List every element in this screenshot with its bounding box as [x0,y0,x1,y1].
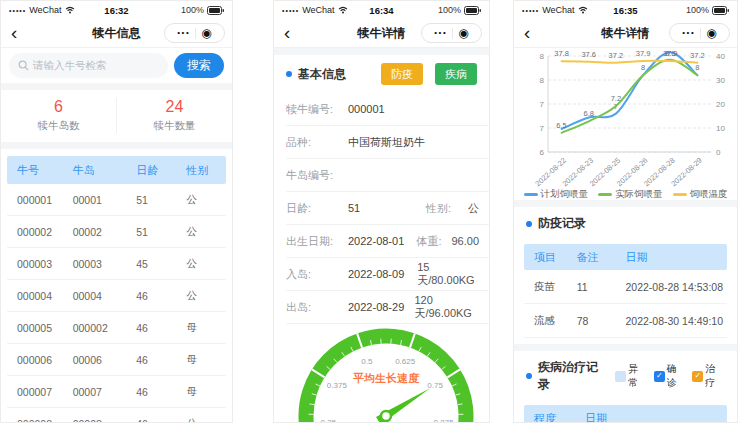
back-chevron-icon[interactable]: ‹ [514,21,540,45]
vaccine-button[interactable]: 防疫 [381,63,423,85]
cell: 51 [136,194,186,206]
carrier-label: WeChat [29,5,61,15]
cell: 46 [136,386,186,398]
cell: 疫苗 [524,280,577,294]
table-row[interactable]: 0000060000646母 [7,344,226,376]
svg-text:8: 8 [540,52,545,61]
home-icon[interactable]: ◉ [458,27,468,39]
back-chevron-icon[interactable]: ‹ [1,21,27,45]
cell: 000002 [7,226,73,238]
section-dot-icon [526,221,532,227]
status-treated[interactable]: ✓治疗 [692,362,725,390]
home-icon[interactable]: ◉ [706,27,716,39]
svg-text:0.75: 0.75 [427,381,443,390]
wifi-icon [578,6,588,14]
cell: 公 [187,193,226,207]
cell: 00006 [73,354,137,366]
svg-text:10: 10 [716,124,725,133]
wifi-icon [338,6,348,14]
legend-item-planned[interactable]: 计划饲喂量 [524,188,589,201]
search-input[interactable]: 请输入牛号检索 [9,53,168,78]
table-row[interactable]: 0000040000446公 [7,280,226,312]
field-label: 品种: [286,135,348,150]
svg-text:20: 20 [716,100,725,109]
svg-text:37.2: 37.2 [609,51,624,60]
nav-bar: ‹ 犊牛详情 ••• ◉ [514,19,737,48]
more-icon[interactable]: ••• [682,29,695,37]
divider-strip [514,200,737,207]
search-button[interactable]: 搜索 [174,53,224,78]
table-header: 牛号 牛岛 日龄 性别 [7,156,226,184]
field-value: 2022-08-09 [348,268,417,280]
cell: 78 [577,315,626,327]
status-confirmed[interactable]: ✓确诊 [654,362,687,390]
checkbox-icon [615,371,626,382]
svg-text:0.25: 0.25 [321,418,337,423]
cell: 00002 [73,226,137,238]
basic-info-section-header: 基本信息 防疫 疾病 [274,55,489,93]
field-value: 中国荷斯坦奶牛 [348,135,425,150]
field-value: 2022-08-29 [348,301,414,313]
vaccine-section-header: 防疫记录 [514,207,737,240]
field-extra: 120天/96.00KG [414,294,479,321]
disease-button[interactable]: 疾病 [435,63,477,85]
field-label: 出岛: [286,300,348,315]
gauge-svg: 0.250.3750.50.6250.750.8751平均生长速度 [274,324,490,423]
table-row[interactable]: 00000500000246母 [7,312,226,344]
table-row[interactable]: 0000080000846公 [7,408,226,423]
more-icon[interactable]: ••• [434,29,447,37]
svg-text:6: 6 [540,148,545,157]
field-island-no: 牛岛编号: [286,159,489,192]
checkbox-icon: ✓ [692,371,703,382]
wechat-capsule[interactable]: ••• ◉ [669,23,730,43]
status-abnormal[interactable]: 异常 [615,362,648,390]
svg-text:平均生长速度: 平均生长速度 [353,372,420,384]
svg-text:7.2: 7.2 [611,94,621,103]
cell: 46 [136,290,186,302]
nav-bar: ‹ 犊牛详情 ••• ◉ [274,19,489,48]
svg-text:8: 8 [540,76,545,85]
table-row[interactable]: 0000010000151公 [7,184,226,216]
legend-item-actual[interactable]: 实际饲喂量 [598,188,663,201]
cell: 00007 [73,386,137,398]
stat-label: 犊牛数量 [117,119,232,133]
legend-label: 饲喂温度 [690,188,728,201]
divider-strip [1,83,232,90]
status-label: 确诊 [667,362,687,390]
table-row[interactable]: 0000020000251公 [7,216,226,248]
svg-text:37.2: 37.2 [690,51,705,60]
battery-icon [712,6,729,15]
col-header: 性别 [187,163,226,178]
cell: 00004 [73,290,137,302]
growth-gauge: 0.250.3750.50.6250.750.8751平均生长速度 [274,324,489,423]
cell: 000002 [73,322,137,334]
field-age-sex: 日龄: 51 性别: 公 [286,192,489,225]
svg-text:6.5: 6.5 [556,121,566,130]
cell: 000005 [7,322,73,334]
col-header: 项目 [524,250,577,265]
status-label: 异常 [628,362,648,390]
carrier-label: WeChat [542,5,574,15]
table-row[interactable]: 疫苗 11 2022-08-28 14:53:08 [524,270,727,304]
field-value: 公 [468,201,479,216]
table-row[interactable]: 流感 78 2022-08-30 14:49:10 [524,304,727,338]
cell: 公 [187,417,226,423]
cell: 000006 [7,354,73,366]
cell: 母 [187,385,226,399]
svg-text:0.875: 0.875 [434,418,455,423]
more-icon[interactable]: ••• [177,29,190,37]
table-row[interactable]: 0000030000345公 [7,248,226,280]
field-extra: 15天/80.00KG [417,261,479,288]
stat-value: 6 [1,98,116,116]
home-icon[interactable]: ◉ [201,27,211,39]
stat-calf-count: 24 犊牛数量 [117,98,232,133]
wechat-capsule[interactable]: ••• ◉ [421,23,482,43]
cell: 2022-08-30 14:49:10 [625,315,727,327]
back-chevron-icon[interactable]: ‹ [274,21,300,45]
table-row[interactable]: 0000070000746母 [7,376,226,408]
cell: 00008 [73,418,137,423]
svg-text:30: 30 [716,76,725,85]
wechat-capsule[interactable]: ••• ◉ [164,23,225,43]
legend-item-temp[interactable]: 饲喂温度 [673,188,728,201]
field-label: 体重: [416,234,451,249]
